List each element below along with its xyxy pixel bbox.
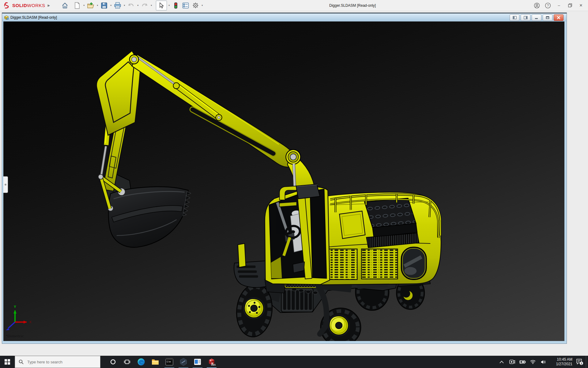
- options-list-button[interactable]: [181, 1, 190, 10]
- system-tray: 10:45 AM 1/27/2021 1: [496, 356, 588, 368]
- app-title: Digger.SLDASM [Read-only]: [329, 0, 376, 11]
- settings-dropdown[interactable]: ▾: [201, 4, 204, 7]
- redo-dropdown[interactable]: ▾: [150, 4, 153, 7]
- task-view-button[interactable]: [120, 356, 134, 368]
- app-window-controls: ? – ✕: [532, 0, 588, 11]
- boom-arm[interactable]: [130, 55, 316, 205]
- settings-button[interactable]: [191, 1, 200, 10]
- select-tool-dropdown[interactable]: ▾: [168, 4, 171, 7]
- app-minimize-button[interactable]: –: [554, 1, 564, 10]
- feature-manager-collapsed-tab[interactable]: [3, 176, 8, 193]
- camera-icon: [509, 359, 515, 364]
- taskbar-app-display[interactable]: [190, 356, 205, 368]
- tray-battery-button[interactable]: [517, 356, 528, 368]
- toggle-left-pane-button[interactable]: [510, 14, 519, 21]
- panel-tab-grip: [5, 184, 6, 186]
- new-document-icon: [74, 2, 80, 9]
- traffic-light-icon: [174, 2, 178, 9]
- windows-logo-icon: [5, 359, 10, 365]
- doc-minimize-button[interactable]: [532, 14, 541, 21]
- assembly-icon: [4, 15, 9, 20]
- undo-button[interactable]: [126, 1, 136, 10]
- tray-date: 1/27/2021: [556, 362, 572, 366]
- taskbar-search[interactable]: [15, 356, 100, 368]
- search-input[interactable]: [27, 359, 92, 365]
- document-titlebar[interactable]: Digger.SLDASM [Read-only]: [2, 13, 567, 21]
- hexagon-app-icon: [179, 358, 187, 366]
- start-button[interactable]: [0, 356, 15, 368]
- open-icon: [87, 2, 94, 9]
- show-desktop-button[interactable]: [586, 356, 588, 368]
- quick-access-toolbar: ▾ ▾ ▾: [60, 1, 204, 10]
- toggle-right-pane-button[interactable]: [521, 14, 530, 21]
- account-button[interactable]: [532, 1, 541, 10]
- print-dropdown[interactable]: ▾: [123, 4, 126, 7]
- redo-icon: [141, 2, 148, 9]
- open-dropdown[interactable]: ▾: [96, 4, 99, 7]
- taskbar-app-file-explorer[interactable]: [148, 356, 162, 368]
- battery-icon: [519, 360, 526, 364]
- minimize-icon: [535, 16, 538, 19]
- door-window: [310, 189, 326, 278]
- tray-meet-now-button[interactable]: [507, 356, 517, 368]
- cortana-icon: [110, 359, 116, 365]
- chevron-up-icon: [499, 361, 504, 363]
- gear-icon: [192, 2, 199, 9]
- taskbar-app-edge[interactable]: [134, 356, 148, 368]
- view-orientation-label: *Dimetric: [6, 334, 24, 339]
- solidworks-logo-text: SOLIDWORKS: [12, 3, 45, 8]
- body-oval-window: [401, 247, 426, 280]
- display-app-icon: [194, 358, 202, 366]
- search-icon: [19, 359, 24, 364]
- options-list-icon: [182, 2, 189, 9]
- app-titlebar: SOLIDWORKS ▶ ▾ ▾: [0, 0, 588, 11]
- home-button[interactable]: [60, 1, 70, 10]
- bucket[interactable]: [105, 172, 191, 247]
- notification-icon: 1: [576, 358, 583, 365]
- save-button[interactable]: [100, 1, 109, 10]
- menu-expand-arrow[interactable]: ▶: [48, 4, 50, 7]
- cortana-button[interactable]: [106, 356, 120, 368]
- solidworks-2021-icon: S W 2021: [207, 358, 216, 366]
- tray-wifi-button[interactable]: [528, 356, 538, 368]
- print-icon: [114, 2, 121, 9]
- new-document-dropdown[interactable]: ▾: [82, 4, 85, 7]
- new-document-button[interactable]: [73, 1, 82, 10]
- doc-close-button[interactable]: [554, 14, 564, 21]
- solidworks-logo: SOLIDWORKS: [3, 2, 45, 9]
- svg-text:?: ?: [547, 4, 549, 7]
- taskbar-app-hexagon[interactable]: [176, 356, 190, 368]
- left-pane-icon: [513, 16, 517, 19]
- action-center-button[interactable]: 1: [574, 356, 586, 368]
- cab[interactable]: [265, 184, 330, 284]
- undo-icon: [128, 2, 134, 9]
- tray-chevron-button[interactable]: [496, 356, 507, 368]
- task-view-icon: [124, 359, 130, 365]
- save-icon: [101, 2, 107, 9]
- graphics-viewport[interactable]: Y X *Dimetric: [3, 21, 564, 341]
- print-button[interactable]: [113, 1, 122, 10]
- right-pane-icon: [524, 16, 528, 19]
- app-close-button[interactable]: ✕: [576, 1, 586, 10]
- select-cursor-icon: [159, 2, 164, 9]
- taskbar-app-solidworks[interactable]: S W 2021: [205, 356, 219, 368]
- xpert-button[interactable]: [171, 1, 180, 10]
- taskbar-app-command-prompt[interactable]: C:\: [162, 356, 176, 368]
- doc-restore-button[interactable]: [543, 14, 552, 21]
- windows-taskbar: C:\ S W 2021: [0, 356, 588, 368]
- select-tool-button[interactable]: [156, 1, 167, 10]
- tray-volume-button[interactable]: [538, 356, 548, 368]
- app-restore-button[interactable]: [565, 1, 575, 10]
- open-button[interactable]: [86, 1, 95, 10]
- tray-clock[interactable]: 10:45 AM 1/27/2021: [548, 356, 574, 368]
- svg-text:1: 1: [581, 362, 582, 365]
- undo-dropdown[interactable]: ▾: [136, 4, 139, 7]
- help-icon: ?: [545, 2, 551, 9]
- save-dropdown[interactable]: ▾: [109, 4, 112, 7]
- mdi-background: Digger.SLDASM [Read-only]: [0, 11, 588, 356]
- redo-button[interactable]: [140, 1, 149, 10]
- restore-icon: [568, 3, 572, 7]
- tray-time: 10:45 AM: [557, 357, 572, 362]
- excavator-model: Y X: [3, 21, 564, 341]
- help-button[interactable]: ?: [543, 1, 552, 10]
